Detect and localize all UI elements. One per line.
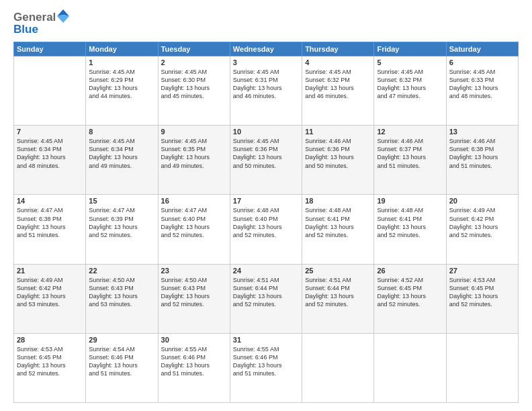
- weekday-header-tuesday: Tuesday: [158, 42, 230, 56]
- day-number: 27: [449, 267, 515, 275]
- day-number: 3: [233, 58, 299, 66]
- day-info: Sunrise: 4:46 AMSunset: 6:36 PMDaylight:…: [305, 137, 371, 170]
- week-row-5: 28Sunrise: 4:53 AMSunset: 6:45 PMDayligh…: [14, 333, 519, 402]
- day-number: 21: [17, 267, 83, 275]
- day-info: Sunrise: 4:51 AMSunset: 6:44 PMDaylight:…: [233, 276, 299, 309]
- day-info: Sunrise: 4:48 AMSunset: 6:41 PMDaylight:…: [377, 206, 443, 239]
- day-cell: 17Sunrise: 4:48 AMSunset: 6:40 PMDayligh…: [230, 195, 302, 264]
- day-number: 10: [233, 128, 299, 136]
- day-number: 7: [17, 128, 83, 136]
- day-info: Sunrise: 4:45 AMSunset: 6:30 PMDaylight:…: [161, 68, 227, 101]
- day-cell: 13Sunrise: 4:46 AMSunset: 6:38 PMDayligh…: [446, 126, 518, 195]
- logo-icon: [57, 9, 69, 23]
- day-cell: 3Sunrise: 4:45 AMSunset: 6:31 PMDaylight…: [230, 56, 302, 126]
- day-number: 29: [89, 336, 154, 344]
- day-number: 6: [449, 58, 515, 66]
- day-number: 16: [161, 197, 227, 205]
- day-number: 24: [233, 267, 299, 275]
- day-cell: 22Sunrise: 4:50 AMSunset: 6:43 PMDayligh…: [86, 264, 158, 333]
- day-info: Sunrise: 4:45 AMSunset: 6:34 PMDaylight:…: [89, 137, 154, 170]
- day-cell: 24Sunrise: 4:51 AMSunset: 6:44 PMDayligh…: [230, 264, 302, 333]
- day-number: 30: [161, 336, 227, 344]
- day-info: Sunrise: 4:45 AMSunset: 6:36 PMDaylight:…: [233, 137, 299, 170]
- day-cell: 12Sunrise: 4:46 AMSunset: 6:37 PMDayligh…: [374, 126, 446, 195]
- logo-blue-text: Blue: [13, 23, 69, 36]
- weekday-header-monday: Monday: [86, 42, 158, 56]
- day-info: Sunrise: 4:49 AMSunset: 6:42 PMDaylight:…: [449, 206, 515, 239]
- day-info: Sunrise: 4:48 AMSunset: 6:40 PMDaylight:…: [233, 206, 299, 239]
- day-cell: 7Sunrise: 4:45 AMSunset: 6:34 PMDaylight…: [14, 126, 86, 195]
- day-number: 5: [377, 58, 443, 66]
- day-number: 14: [17, 197, 83, 205]
- day-number: 25: [305, 267, 371, 275]
- day-number: 2: [161, 58, 227, 66]
- header: General Blue: [13, 11, 519, 36]
- day-info: Sunrise: 4:45 AMSunset: 6:33 PMDaylight:…: [449, 68, 515, 101]
- day-cell: 29Sunrise: 4:54 AMSunset: 6:46 PMDayligh…: [86, 333, 158, 402]
- day-number: 28: [17, 336, 83, 344]
- day-cell: 1Sunrise: 4:45 AMSunset: 6:29 PMDaylight…: [86, 56, 158, 126]
- day-cell: 19Sunrise: 4:48 AMSunset: 6:41 PMDayligh…: [374, 195, 446, 264]
- day-info: Sunrise: 4:47 AMSunset: 6:40 PMDaylight:…: [161, 206, 227, 239]
- day-cell: [14, 56, 86, 126]
- day-info: Sunrise: 4:45 AMSunset: 6:35 PMDaylight:…: [161, 137, 227, 170]
- day-info: Sunrise: 4:54 AMSunset: 6:46 PMDaylight:…: [89, 345, 154, 378]
- day-number: 26: [377, 267, 443, 275]
- day-cell: 11Sunrise: 4:46 AMSunset: 6:36 PMDayligh…: [302, 126, 374, 195]
- day-cell: 31Sunrise: 4:55 AMSunset: 6:46 PMDayligh…: [230, 333, 302, 402]
- day-info: Sunrise: 4:55 AMSunset: 6:46 PMDaylight:…: [161, 345, 227, 378]
- day-cell: 25Sunrise: 4:51 AMSunset: 6:44 PMDayligh…: [302, 264, 374, 333]
- day-number: 31: [233, 336, 299, 344]
- day-info: Sunrise: 4:47 AMSunset: 6:39 PMDaylight:…: [89, 206, 154, 239]
- day-number: 9: [161, 128, 227, 136]
- week-row-2: 7Sunrise: 4:45 AMSunset: 6:34 PMDaylight…: [14, 126, 519, 195]
- day-cell: 28Sunrise: 4:53 AMSunset: 6:45 PMDayligh…: [14, 333, 86, 402]
- day-info: Sunrise: 4:45 AMSunset: 6:32 PMDaylight:…: [377, 68, 443, 101]
- day-info: Sunrise: 4:55 AMSunset: 6:46 PMDaylight:…: [233, 345, 299, 378]
- day-info: Sunrise: 4:45 AMSunset: 6:34 PMDaylight:…: [17, 137, 83, 170]
- day-info: Sunrise: 4:51 AMSunset: 6:44 PMDaylight:…: [305, 276, 371, 309]
- day-number: 8: [89, 128, 154, 136]
- day-info: Sunrise: 4:50 AMSunset: 6:43 PMDaylight:…: [161, 276, 227, 309]
- weekday-header-saturday: Saturday: [446, 42, 518, 56]
- day-info: Sunrise: 4:49 AMSunset: 6:42 PMDaylight:…: [17, 276, 83, 309]
- day-cell: [302, 333, 374, 402]
- day-cell: 6Sunrise: 4:45 AMSunset: 6:33 PMDaylight…: [446, 56, 518, 126]
- day-cell: 9Sunrise: 4:45 AMSunset: 6:35 PMDaylight…: [158, 126, 230, 195]
- day-cell: 8Sunrise: 4:45 AMSunset: 6:34 PMDaylight…: [86, 126, 158, 195]
- day-cell: 5Sunrise: 4:45 AMSunset: 6:32 PMDaylight…: [374, 56, 446, 126]
- day-cell: 26Sunrise: 4:52 AMSunset: 6:45 PMDayligh…: [374, 264, 446, 333]
- weekday-header-row: SundayMondayTuesdayWednesdayThursdayFrid…: [14, 42, 519, 56]
- day-info: Sunrise: 4:45 AMSunset: 6:32 PMDaylight:…: [305, 68, 371, 101]
- day-cell: [374, 333, 446, 402]
- weekday-header-wednesday: Wednesday: [230, 42, 302, 56]
- day-number: 19: [377, 197, 443, 205]
- day-number: 12: [377, 128, 443, 136]
- weekday-header-sunday: Sunday: [14, 42, 86, 56]
- day-cell: 20Sunrise: 4:49 AMSunset: 6:42 PMDayligh…: [446, 195, 518, 264]
- day-number: 4: [305, 58, 371, 66]
- day-cell: 10Sunrise: 4:45 AMSunset: 6:36 PMDayligh…: [230, 126, 302, 195]
- week-row-4: 21Sunrise: 4:49 AMSunset: 6:42 PMDayligh…: [14, 264, 519, 333]
- day-info: Sunrise: 4:46 AMSunset: 6:37 PMDaylight:…: [377, 137, 443, 170]
- day-cell: 27Sunrise: 4:53 AMSunset: 6:45 PMDayligh…: [446, 264, 518, 333]
- day-number: 23: [161, 267, 227, 275]
- day-cell: 18Sunrise: 4:48 AMSunset: 6:41 PMDayligh…: [302, 195, 374, 264]
- day-info: Sunrise: 4:48 AMSunset: 6:41 PMDaylight:…: [305, 206, 371, 239]
- day-number: 15: [89, 197, 154, 205]
- weekday-header-friday: Friday: [374, 42, 446, 56]
- day-info: Sunrise: 4:52 AMSunset: 6:45 PMDaylight:…: [377, 276, 443, 309]
- weekday-header-thursday: Thursday: [302, 42, 374, 56]
- day-cell: 21Sunrise: 4:49 AMSunset: 6:42 PMDayligh…: [14, 264, 86, 333]
- day-cell: 23Sunrise: 4:50 AMSunset: 6:43 PMDayligh…: [158, 264, 230, 333]
- week-row-3: 14Sunrise: 4:47 AMSunset: 6:38 PMDayligh…: [14, 195, 519, 264]
- calendar-table: SundayMondayTuesdayWednesdayThursdayFrid…: [13, 42, 519, 403]
- day-info: Sunrise: 4:50 AMSunset: 6:43 PMDaylight:…: [89, 276, 154, 309]
- logo-general-text: General: [13, 11, 56, 24]
- day-number: 1: [89, 58, 154, 66]
- day-info: Sunrise: 4:47 AMSunset: 6:38 PMDaylight:…: [17, 206, 83, 239]
- day-number: 11: [305, 128, 371, 136]
- week-row-1: 1Sunrise: 4:45 AMSunset: 6:29 PMDaylight…: [14, 56, 519, 126]
- day-number: 20: [449, 197, 515, 205]
- day-number: 22: [89, 267, 154, 275]
